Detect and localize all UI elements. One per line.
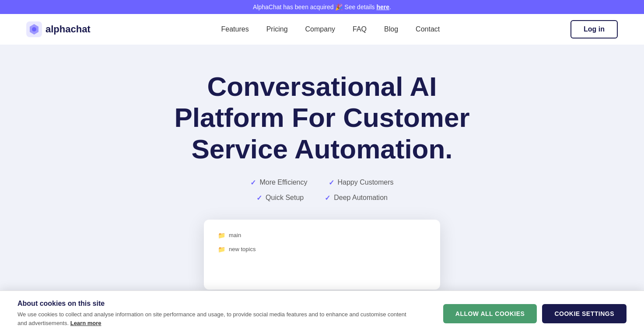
- cookie-text-section: About cookies on this site We use cookie…: [18, 300, 411, 327]
- feature-deep-automation: ✓ Deep Automation: [325, 194, 388, 202]
- nav-link-features[interactable]: Features: [221, 25, 249, 33]
- cookie-banner: About cookies on this site We use cookie…: [0, 290, 644, 336]
- check-icon-deep: ✓: [325, 194, 330, 202]
- feature-deep-label: Deep Automation: [334, 194, 388, 202]
- nav-item-pricing[interactable]: Pricing: [266, 25, 288, 33]
- nav-item-blog[interactable]: Blog: [384, 25, 398, 33]
- nav-item-features[interactable]: Features: [221, 25, 249, 33]
- nav-link-company[interactable]: Company: [305, 25, 335, 33]
- check-icon-efficiency: ✓: [250, 178, 256, 187]
- announcement-text: AlphaChat has been acquired 🎉 See detail…: [253, 4, 376, 10]
- cookie-description: We use cookies to collect and analyse in…: [18, 310, 411, 327]
- announcement-banner: AlphaChat has been acquired 🎉 See detail…: [0, 0, 644, 14]
- app-preview-inner: 📁 main 📁 new topics: [204, 220, 440, 265]
- hero-features-row-2: ✓ Quick Setup ✓ Deep Automation: [9, 194, 635, 202]
- nav-item-contact[interactable]: Contact: [416, 25, 440, 33]
- hero-section: Conversational AI Platform For Customer …: [0, 45, 644, 307]
- feature-efficiency-label: More Efficiency: [259, 178, 307, 186]
- navbar: alphachat Features Pricing Company FAQ B…: [0, 14, 644, 45]
- logo[interactable]: alphachat: [26, 21, 91, 37]
- feature-happy-customers: ✓ Happy Customers: [329, 178, 394, 187]
- nav-link-blog[interactable]: Blog: [384, 25, 398, 33]
- hero-features-row-1: ✓ More Efficiency ✓ Happy Customers: [9, 178, 635, 187]
- feature-quick-setup: ✓ Quick Setup: [256, 194, 304, 202]
- announcement-link[interactable]: here: [376, 4, 389, 10]
- preview-row-main: 📁 main: [213, 228, 431, 242]
- folder-icon-new-topics: 📁: [218, 246, 225, 253]
- app-preview: 📁 main 📁 new topics: [204, 220, 440, 290]
- preview-label-main: main: [229, 232, 241, 238]
- announcement-period: .: [389, 4, 391, 10]
- logo-text: alphachat: [46, 24, 91, 35]
- feature-efficiency: ✓ More Efficiency: [250, 178, 307, 187]
- hero-title: Conversational AI Platform For Customer …: [169, 71, 475, 164]
- cookie-title: About cookies on this site: [18, 300, 411, 308]
- preview-label-new-topics: new topics: [229, 246, 256, 252]
- cookie-learn-more-link[interactable]: Learn more: [70, 320, 102, 326]
- nav-links: Features Pricing Company FAQ Blog Contac…: [221, 25, 440, 33]
- login-button[interactable]: Log in: [570, 20, 618, 38]
- feature-happy-label: Happy Customers: [338, 178, 394, 186]
- nav-link-contact[interactable]: Contact: [416, 25, 440, 33]
- nav-item-faq[interactable]: FAQ: [353, 25, 367, 33]
- cookie-buttons: ALLOW ALL COOKIES COOKIE SETTINGS: [443, 304, 626, 323]
- allow-all-cookies-button[interactable]: ALLOW ALL COOKIES: [443, 304, 537, 323]
- svg-point-1: [32, 27, 36, 32]
- nav-item-company[interactable]: Company: [305, 25, 335, 33]
- nav-link-faq[interactable]: FAQ: [353, 25, 367, 33]
- preview-row-new-topics: 📁 new topics: [213, 242, 431, 256]
- check-icon-quick: ✓: [256, 194, 262, 202]
- cookie-settings-button[interactable]: COOKIE SETTINGS: [542, 304, 626, 323]
- nav-link-pricing[interactable]: Pricing: [266, 25, 288, 33]
- logo-icon: [26, 21, 42, 37]
- folder-icon-main: 📁: [218, 232, 225, 239]
- feature-quick-label: Quick Setup: [266, 194, 304, 202]
- check-icon-happy: ✓: [329, 178, 334, 187]
